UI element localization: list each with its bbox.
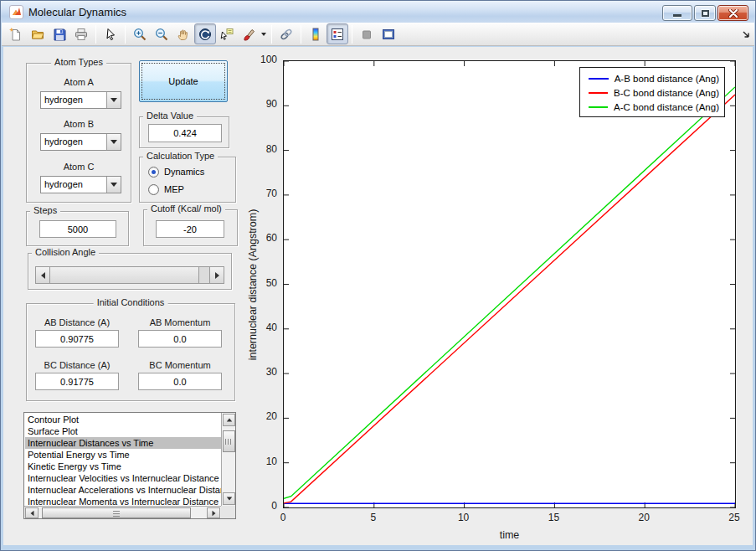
minimize-icon: [673, 14, 681, 17]
calculation-type-group: Calculation Type Dynamics MEP: [139, 157, 236, 203]
atom-b-dropdown-button[interactable]: [106, 134, 121, 150]
legend-line-swatch: [589, 78, 609, 80]
brush-icon: [242, 28, 255, 41]
save-floppy-icon: [53, 28, 66, 41]
list-item[interactable]: Contour Plot: [25, 414, 221, 425]
edit-plot-button[interactable]: [100, 23, 121, 44]
y-tick-label: 50: [235, 277, 277, 289]
atom-c-dropdown-button[interactable]: [106, 177, 121, 193]
dynamics-radio-label: Dynamics: [164, 167, 204, 177]
x-axis-label: time: [283, 529, 736, 541]
dynamics-radio[interactable]: Dynamics: [148, 165, 204, 178]
chevron-down-icon: [111, 140, 117, 144]
insert-colorbar-button[interactable]: [305, 23, 327, 44]
list-item[interactable]: Potential Energy vs Time: [25, 449, 221, 461]
mep-radio[interactable]: MEP: [148, 183, 184, 196]
atom-a-label: Atom A: [27, 77, 131, 87]
ab-distance-label: AB Distance (A): [35, 317, 119, 327]
app-window: Molecular Dynamics: [0, 0, 756, 551]
plot-area[interactable]: [283, 60, 736, 508]
restore-button[interactable]: [694, 5, 716, 21]
pointer-arrow-icon: [104, 28, 117, 41]
delta-value-group: Delta Value 0.424: [139, 116, 229, 148]
hide-plot-tools-button[interactable]: [356, 23, 378, 44]
scroll-up-button[interactable]: [223, 414, 235, 426]
delta-value-field[interactable]: 0.424: [148, 124, 222, 142]
initial-conditions-group: Initial Conditions AB Distance (A) AB Mo…: [26, 303, 235, 401]
list-item[interactable]: Internuclear Momenta vs Internuclear Dis…: [25, 496, 221, 505]
arrow-left-icon: [41, 272, 45, 279]
minimize-button[interactable]: [662, 5, 692, 21]
list-item[interactable]: Internuclear Distances vs Time: [25, 437, 221, 449]
y-tick-label: 90: [235, 98, 277, 110]
slider-thumb[interactable]: [49, 266, 199, 284]
cutoff-field[interactable]: -20: [156, 220, 224, 238]
close-button[interactable]: [717, 5, 748, 21]
new-figure-button[interactable]: [5, 23, 27, 44]
slider-left-arrow[interactable]: [35, 266, 50, 284]
listbox-horizontal-scrollbar[interactable]: [24, 506, 221, 518]
brush-data-button[interactable]: [238, 23, 260, 44]
vertical-scroll-thumb[interactable]: [223, 430, 235, 452]
legend-label: B-C bond distance (Ang): [614, 88, 719, 98]
chevron-down-icon: [111, 183, 117, 187]
toolbar-overflow-arrow[interactable]: [741, 28, 751, 43]
rotate-3d-button[interactable]: [194, 23, 216, 44]
bc-distance-field[interactable]: 0.91775: [35, 373, 119, 390]
bc-momentum-field[interactable]: 0.0: [138, 373, 222, 390]
brush-dropdown-button[interactable]: [260, 24, 268, 44]
ab-distance-field[interactable]: 0.90775: [35, 330, 119, 348]
listbox-vertical-scrollbar[interactable]: [221, 413, 235, 506]
atom-c-dropdown[interactable]: hydrogen: [40, 176, 121, 193]
dropdown-caret-icon: [261, 33, 266, 36]
steps-field[interactable]: 5000: [39, 220, 116, 238]
bc-distance-label: BC Distance (A): [35, 360, 119, 370]
list-item[interactable]: Surface Plot: [25, 425, 221, 437]
scroll-down-button[interactable]: [223, 492, 235, 505]
pan-hand-icon: [177, 28, 190, 41]
arrow-left-icon: [30, 510, 33, 515]
horizontal-scroll-thumb[interactable]: [42, 507, 191, 518]
atom-a-dropdown-button[interactable]: [106, 92, 121, 108]
radio-unselected-icon: [148, 184, 159, 195]
collision-angle-slider[interactable]: [35, 266, 224, 284]
zoom-in-icon: [133, 28, 147, 41]
matlab-app-icon: [9, 5, 23, 19]
zoom-out-icon: [155, 28, 168, 41]
show-plot-tools-button[interactable]: [378, 23, 399, 44]
toolbar: [2, 23, 754, 46]
x-tick-label: 20: [627, 512, 661, 523]
restore-icon: [702, 10, 709, 17]
atom-c-value: hydrogen: [41, 177, 106, 193]
save-figure-button[interactable]: [49, 23, 70, 44]
bc-momentum-label: BC Momentum: [138, 360, 222, 370]
open-file-button[interactable]: [27, 23, 49, 44]
update-button[interactable]: Update: [139, 60, 228, 102]
link-plot-button[interactable]: [275, 23, 297, 44]
ab-momentum-field[interactable]: 0.0: [138, 330, 222, 348]
atom-b-dropdown[interactable]: hydrogen: [40, 133, 121, 151]
titlebar[interactable]: Molecular Dynamics: [1, 1, 755, 23]
list-item[interactable]: Kinetic Energy vs Time: [25, 461, 221, 472]
zoom-out-button[interactable]: [151, 23, 172, 44]
chevron-down-icon: [111, 98, 117, 102]
zoom-in-button[interactable]: [129, 23, 151, 44]
plot-legend[interactable]: A-B bond distance (Ang)B-C bond distance…: [579, 67, 725, 117]
scroll-left-button[interactable]: [25, 507, 39, 518]
legend-label: A-C bond distance (Ang): [614, 102, 719, 112]
content-area: Atom Types Atom A hydrogen Atom B hydrog…: [3, 47, 753, 545]
toolbar-separator: [301, 25, 301, 44]
plot-canvas: [284, 61, 735, 507]
plot-type-listbox[interactable]: Contour PlotSurface PlotInternuclear Dis…: [23, 412, 236, 519]
legend-line-swatch: [589, 106, 608, 108]
scroll-right-button[interactable]: [207, 507, 220, 518]
pan-button[interactable]: [172, 23, 194, 44]
list-item[interactable]: Internuclear Accelerations vs Internucle…: [25, 484, 221, 496]
insert-legend-button[interactable]: [327, 23, 348, 44]
atom-a-dropdown[interactable]: hydrogen: [40, 91, 121, 109]
slider-right-arrow[interactable]: [209, 266, 224, 284]
data-cursor-button[interactable]: [216, 23, 238, 44]
list-item[interactable]: Internuclear Velocities vs Internuclear …: [25, 472, 221, 484]
print-figure-button[interactable]: [70, 23, 92, 44]
atom-types-group: Atom Types Atom A hydrogen Atom B hydrog…: [26, 63, 131, 203]
